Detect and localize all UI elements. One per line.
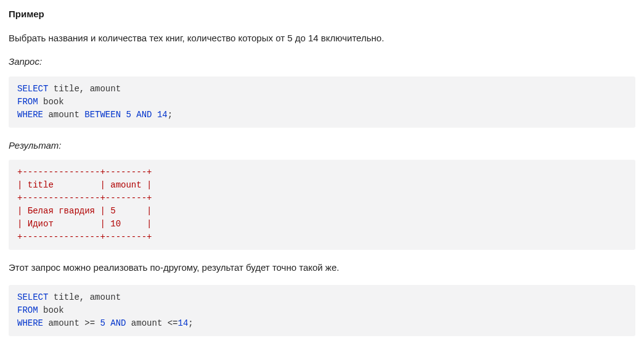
between-text: Этот запрос можно реализовать по-другому… xyxy=(9,261,635,275)
num-14: 14 xyxy=(157,110,168,120)
code-block-1: SELECT title, amount FROM book WHERE amo… xyxy=(9,76,635,128)
kw-select: SELECT xyxy=(17,84,48,94)
kw-select: SELECT xyxy=(17,292,48,302)
sp xyxy=(131,110,136,120)
code-table: book xyxy=(38,305,64,315)
kw-from: FROM xyxy=(17,97,38,107)
kw-from: FROM xyxy=(17,305,38,315)
section-heading: Пример xyxy=(9,7,635,22)
intro-text: Выбрать названия и количества тех книг, … xyxy=(9,31,635,46)
num-5: 5 xyxy=(100,318,105,328)
code-table: book xyxy=(38,97,64,107)
query-label: Запрос: xyxy=(9,55,635,69)
kw-between: BETWEEN xyxy=(84,110,121,120)
code-cols: title, amount xyxy=(48,84,121,94)
num-5: 5 xyxy=(126,110,131,120)
code-mid2: amount <= xyxy=(126,318,177,328)
kw-and: AND xyxy=(136,110,152,120)
kw-where: WHERE xyxy=(17,318,43,328)
kw-where: WHERE xyxy=(17,110,43,120)
result-table: +---------------+--------+ | title | amo… xyxy=(9,160,635,250)
kw-and: AND xyxy=(110,318,126,328)
num-14: 14 xyxy=(177,318,188,328)
semi: ; xyxy=(188,318,193,328)
sp xyxy=(152,110,157,120)
result-label: Результат: xyxy=(9,139,635,153)
semi: ; xyxy=(168,110,173,120)
code-block-2: SELECT title, amount FROM book WHERE amo… xyxy=(9,285,635,336)
code-cols: title, amount xyxy=(48,292,121,302)
code-mid1: amount >= xyxy=(43,318,100,328)
code-mid: amount xyxy=(43,110,84,120)
sp xyxy=(105,318,110,328)
